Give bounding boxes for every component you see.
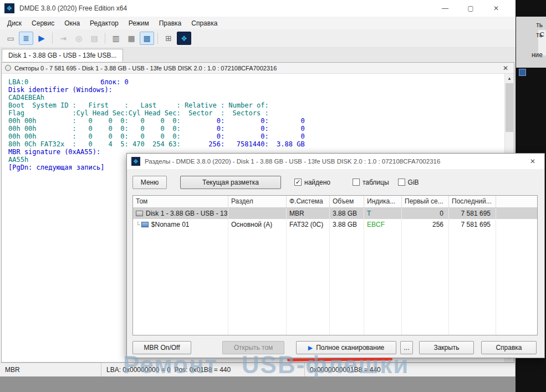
hex-line: Disk identifier (Windows): (8, 86, 504, 94)
paste-icon[interactable]: ▤ (87, 32, 101, 45)
titlebar: ❖ DMDE 3.8.0 (2020) Free Edition x64 — ▢… (0, 0, 516, 17)
screen: ❖ DMDE 3.8.0 (2020) Free Edition x64 — ▢… (0, 0, 546, 392)
menu-bar: ДискСервисОкнаРедакторРежимПравкаСправка (0, 17, 516, 29)
checkbox-found[interactable]: ✓найдено (294, 179, 330, 186)
bottom-strip (0, 376, 516, 392)
hex-line: 00h 00h : 0 0 0: 0 0 0: 0: 0: 0 (8, 125, 504, 133)
table-row[interactable]: └$Noname 01Основной (A)FAT32 (0C)3.88 GB… (133, 219, 537, 230)
scroll-up-icon[interactable]: ▲ (505, 74, 514, 83)
start-scan-icon[interactable]: ▶ (34, 32, 49, 45)
checkbox-box: ✓ (294, 179, 302, 186)
checkbox-label: найдено (304, 179, 330, 186)
background-window-fragment: ние (532, 51, 543, 59)
background-window-fragment: ть (536, 21, 543, 29)
cell (496, 230, 537, 335)
column-header-4[interactable]: Индика... (364, 196, 402, 207)
cell (228, 208, 287, 219)
hex-mode-icon[interactable]: ▩ (140, 32, 154, 45)
maximize-button[interactable]: ▢ (458, 0, 483, 17)
cell: └$Noname 01 (133, 219, 228, 230)
checkbox-label: GiB (408, 179, 419, 186)
help-button[interactable]: Справка (481, 341, 537, 354)
hex-line: Flag :Cyl Head Sec:Cyl Head Sec: Sector … (8, 109, 504, 117)
minimize-button[interactable]: — (432, 0, 458, 17)
current-layout-button[interactable]: Текущая разметка (180, 176, 281, 189)
more-button[interactable]: ... (400, 341, 413, 354)
column-header-0[interactable]: Том (133, 196, 228, 207)
mbr-onoff-button[interactable]: MBR On/Off (132, 341, 191, 354)
column-header-6[interactable]: Последний... (449, 196, 496, 207)
table-row[interactable]: Disk 1 - 3.88 GB - USB - 13f...MBR3.88 G… (133, 208, 537, 219)
column-header-2[interactable]: Ф.Система (287, 196, 330, 207)
column-header-5[interactable]: Первый се... (402, 196, 449, 207)
tree-branch-icon: └ (136, 221, 140, 228)
dmde-logo-icon[interactable]: ❖ (177, 32, 191, 45)
full-scan-button[interactable]: ▶Полное сканирование (296, 341, 396, 354)
toolbar-separator (105, 33, 105, 44)
play-icon: ▶ (308, 344, 313, 352)
menu-item-editor[interactable]: Редактор (85, 18, 124, 28)
cell: Основной (A) (228, 219, 287, 230)
panel-close-icon[interactable]: ✕ (501, 64, 511, 72)
menu-item-windows[interactable]: Окна (59, 18, 85, 28)
table-filler-row (133, 230, 537, 335)
cell: 7 581 695 (449, 219, 496, 230)
window-title: DMDE 3.8.0 (2020) Free Edition x64 (19, 4, 432, 12)
dmde-logo-icon: ❖ (4, 3, 14, 13)
menu-item-tools[interactable]: Сервис (27, 18, 59, 28)
cell: MBR (287, 208, 330, 219)
sectors-view-icon[interactable]: ≣ (19, 32, 33, 45)
toolbar: ▭≣▶⇥◎▤▥▦▩⊞❖ (0, 29, 516, 48)
close-button[interactable]: ✕ (483, 0, 509, 17)
checkbox-tables[interactable]: таблицы (353, 179, 389, 186)
background-window-fragment: ть (536, 31, 543, 39)
column-header-1[interactable]: Раздел (228, 196, 287, 207)
cell (364, 230, 402, 335)
menu-item-edit[interactable]: Правка (154, 18, 187, 28)
checkbox-box (353, 179, 360, 186)
cell: FAT32 (0C) (287, 219, 330, 230)
dialog-controls-row: Меню Текущая разметка ✓найденотаблицыGiB (132, 175, 539, 189)
cell (330, 230, 364, 335)
hex-line: Boot System ID : First : Last : Relative… (8, 101, 504, 109)
menu-item-mode[interactable]: Режим (124, 18, 154, 28)
tab-disk1[interactable]: Disk 1 - 3.88 GB - USB - 13fe USB... (2, 49, 123, 62)
menu-item-disk[interactable]: Диск (2, 18, 27, 28)
menu-button[interactable]: Меню (132, 176, 167, 189)
text-mode-icon[interactable]: ▥ (109, 32, 123, 45)
dialog-buttons-row: MBR On/OffОткрыть том▶Полное сканировани… (132, 341, 538, 354)
table-body: Disk 1 - 3.88 GB - USB - 13f...MBR3.88 G… (133, 208, 537, 335)
search-icon[interactable]: ◎ (72, 32, 86, 45)
hex-line: 00h 00h : 0 0 0: 0 0 0: 0: 0: 0 (8, 133, 504, 140)
goto-offset-icon[interactable]: ⇥ (56, 32, 70, 45)
partitions-icon[interactable]: ⊞ (161, 32, 176, 45)
hex-line: CAD4EBEAh (8, 94, 504, 101)
cell (496, 219, 537, 230)
column-header-3[interactable]: Объем (330, 196, 364, 207)
cell (228, 230, 287, 335)
status-cell-1: LBA: 0x00000000 = 0 Pos: 0x01B8 = 440 (101, 363, 305, 376)
sector-panel-header: Секторы 0 - 7 581 695 - Disk 1 - 3.88 GB… (2, 63, 514, 74)
scroll-thumb[interactable] (506, 83, 513, 132)
cell: T (364, 208, 402, 219)
status-bar: MBRLBA: 0x00000000 = 0 Pos: 0x01B8 = 440… (0, 363, 516, 376)
checkbox-label: таблицы (363, 179, 389, 186)
column-header-filler (496, 196, 537, 207)
partitions-dialog: ❖ Разделы - DMDE 3.8.0 (2020) - Disk 1 -… (126, 153, 545, 358)
menu-item-help[interactable]: Справка (186, 18, 222, 28)
dialog-close-icon[interactable]: ✕ (525, 157, 540, 165)
checkbox-box (398, 179, 405, 186)
cell: 3.88 GB (330, 219, 364, 230)
dialog-titlebar: ❖ Разделы - DMDE 3.8.0 (2020) - Disk 1 -… (127, 154, 544, 169)
cell (449, 230, 496, 335)
dialog-title: Разделы - DMDE 3.8.0 (2020) - Disk 1 - 3… (145, 158, 525, 165)
open-volume-button[interactable]: Открыть том (222, 341, 284, 354)
cell: EBCF (364, 219, 402, 230)
disk-icon (136, 211, 143, 216)
checkbox-gib[interactable]: GiB (398, 179, 419, 186)
status-cell-2: 0x0000000001B8 = 440 (305, 363, 516, 376)
table-header: ТомРазделФ.СистемаОбъемИндика...Первый с… (133, 196, 537, 208)
open-drive-icon[interactable]: ▭ (3, 32, 18, 45)
close-button[interactable]: Закрыть (419, 341, 474, 354)
table-mode-icon[interactable]: ▦ (124, 32, 139, 45)
